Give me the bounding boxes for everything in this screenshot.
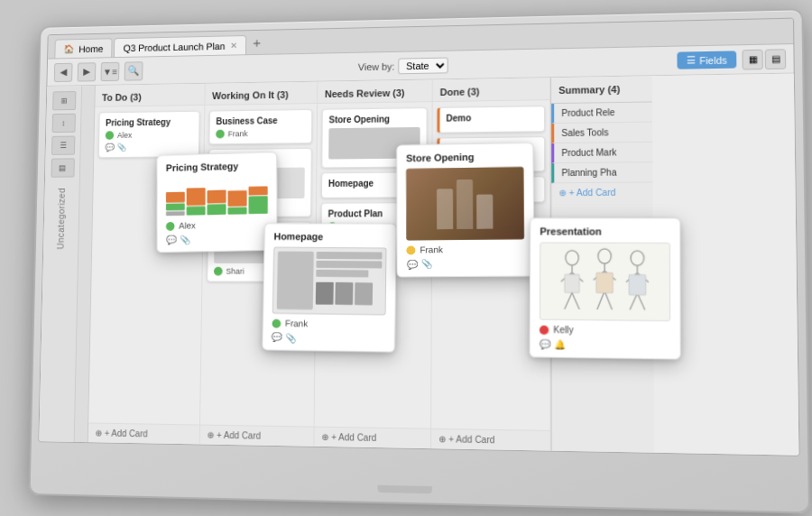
- tab-q3-label: Q3 Product Launch Plan: [124, 41, 226, 53]
- view-by-control: View by: State: [358, 57, 448, 75]
- add-card-needs-review[interactable]: ⊕ + Add Card: [314, 427, 430, 449]
- column-done-header: Done (3): [433, 78, 549, 102]
- float-dot: [272, 318, 281, 327]
- attach-icon: 📎: [180, 235, 189, 244]
- add-card-todo[interactable]: ⊕ + Add Card: [88, 422, 199, 444]
- card-demo[interactable]: Demo: [437, 106, 545, 133]
- svg-rect-20: [629, 275, 646, 296]
- card-assignee: Frank: [228, 129, 248, 138]
- card-dot: [214, 267, 223, 276]
- fashion-sketch-svg: [544, 247, 666, 318]
- card-actions: 💬 📎: [105, 143, 192, 152]
- float-presentation-image: [540, 242, 670, 321]
- svg-rect-13: [596, 272, 614, 293]
- add-card-working[interactable]: ⊕ + Add Card: [200, 425, 314, 447]
- sidebar-btn-2[interactable]: ↕: [51, 114, 75, 133]
- add-tab-button[interactable]: +: [248, 35, 265, 53]
- attach-icon: 📎: [117, 143, 126, 152]
- float-pricing-actions: 💬 📎: [166, 233, 268, 244]
- svg-point-7: [598, 249, 611, 263]
- stand-neck: [377, 485, 431, 494]
- add-card-icon: ⊕: [95, 428, 102, 438]
- mini-chart: [166, 176, 268, 218]
- svg-line-5: [572, 292, 579, 309]
- add-card-done[interactable]: ⊕ + Add Card: [431, 428, 550, 451]
- attach-icon: 📎: [286, 333, 297, 343]
- float-homepage-actions: 💬 📎: [272, 333, 385, 345]
- float-assignee: Kelly: [553, 325, 573, 335]
- summary-add-icon: ⊕: [558, 188, 566, 198]
- forward-button[interactable]: ▶: [78, 62, 97, 81]
- column-done-label: Done (3): [440, 86, 480, 97]
- sidebar-btn-4[interactable]: ▤: [51, 158, 74, 177]
- float-assignee: Frank: [285, 318, 308, 328]
- comment-icon: 💬: [540, 339, 550, 349]
- float-dot: [540, 325, 549, 334]
- svg-line-19: [637, 293, 644, 310]
- float-pricing-meta: Alex: [166, 219, 268, 231]
- tab-q3[interactable]: Q3 Product Launch Plan ✕: [114, 35, 246, 57]
- layout-btn-1[interactable]: ▦: [742, 49, 762, 69]
- tab-home-label: Home: [78, 43, 103, 54]
- card-assignee: Alex: [117, 131, 133, 140]
- card-business-case[interactable]: Business Case Frank: [208, 109, 312, 144]
- add-card-label: + Add Card: [448, 434, 494, 445]
- add-card-label: + Add Card: [105, 428, 148, 439]
- svg-point-0: [566, 251, 578, 265]
- add-card-icon: ⊕: [207, 430, 214, 440]
- float-dot: [406, 245, 415, 254]
- summary-item-2[interactable]: Sales Tools: [551, 123, 652, 143]
- sidebar-btn-1[interactable]: ⊞: [52, 91, 76, 110]
- monitor-stand: [31, 468, 808, 511]
- float-dot: [166, 221, 174, 230]
- float-assignee: Alex: [179, 220, 196, 230]
- summary-item-3[interactable]: Product Mark: [551, 143, 652, 163]
- card-store-opening-title: Store Opening: [329, 114, 420, 124]
- summary-item-4[interactable]: Planning Pha: [551, 162, 652, 183]
- sidebar-btn-3[interactable]: ☰: [51, 136, 75, 155]
- sidebar: ⊞ ↕ ☰ ▤ Uncategorized: [39, 86, 82, 442]
- layout-btn-2[interactable]: ▤: [765, 49, 787, 69]
- float-presentation-actions: 💬 🔔: [540, 339, 670, 351]
- float-card-store-opening[interactable]: Store Opening: [396, 143, 534, 278]
- comment-icon: 💬: [406, 259, 417, 269]
- card-assignee: Shari: [226, 267, 244, 276]
- card-demo-title: Demo: [446, 112, 537, 123]
- svg-line-12: [604, 291, 612, 310]
- screen: 🏠 Home Q3 Product Launch Plan ✕ + ◀ ▶ ▼≡…: [38, 18, 799, 456]
- column-todo-header: To Do (3): [95, 84, 204, 107]
- comment-icon: 💬: [166, 235, 176, 244]
- add-card-label: + Add Card: [217, 430, 261, 441]
- svg-rect-6: [565, 274, 580, 292]
- fields-button[interactable]: ☰ Fields: [677, 51, 736, 69]
- float-pricing-title: Pricing Strategy: [166, 160, 268, 173]
- card-dot: [216, 130, 225, 139]
- view-by-select[interactable]: State: [398, 57, 448, 74]
- float-homepage-image: [272, 247, 387, 316]
- float-card-pricing-strategy[interactable]: Pricing Strategy: [157, 152, 278, 253]
- tab-close-icon[interactable]: ✕: [230, 41, 237, 51]
- tab-home[interactable]: 🏠 Home: [54, 38, 112, 58]
- summary-add-card[interactable]: ⊕ + Add Card: [551, 182, 652, 202]
- search-button[interactable]: 🔍: [125, 61, 143, 80]
- back-button[interactable]: ◀: [54, 62, 73, 81]
- float-store-actions: 💬 📎: [406, 258, 524, 269]
- float-store-image: [406, 167, 524, 241]
- attach-icon: 📎: [420, 259, 431, 269]
- layout-buttons: ▦ ▤: [742, 49, 786, 69]
- float-card-presentation[interactable]: Presentation: [530, 217, 681, 360]
- column-needs-review-header: Needs Review (3): [318, 79, 432, 104]
- add-card-label: + Add Card: [331, 432, 376, 443]
- sidebar-label: Uncategorized: [56, 188, 67, 249]
- card-pricing-strategy[interactable]: Pricing Strategy Alex 💬 📎: [98, 111, 200, 158]
- comment-icon: 💬: [105, 143, 114, 152]
- card-business-case-meta: Frank: [216, 129, 305, 139]
- main-content: ⊞ ↕ ☰ ▤ Uncategorized To Do (3): [39, 74, 798, 456]
- float-card-homepage[interactable]: Homepage: [262, 223, 397, 353]
- summary-item-1[interactable]: Product Rele: [551, 102, 652, 124]
- float-presentation-title: Presentation: [540, 226, 670, 237]
- column-working-label: Working On It (3): [212, 89, 289, 101]
- filter-button[interactable]: ▼≡: [101, 61, 120, 80]
- svg-line-11: [597, 291, 604, 310]
- fields-icon: ☰: [686, 54, 696, 66]
